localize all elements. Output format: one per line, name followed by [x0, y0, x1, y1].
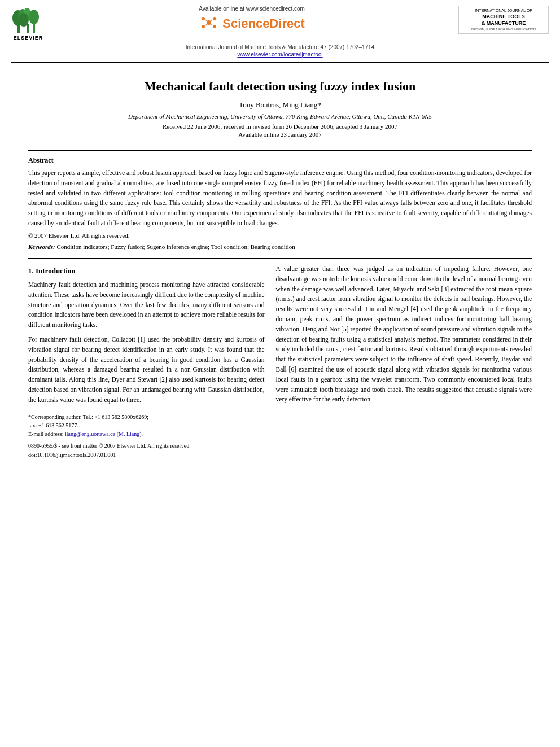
- machine-tools-intl: INTERNATIONAL JOURNAL OF: [462, 8, 545, 12]
- svg-line-13: [205, 20, 208, 21]
- machine-tools-title: MACHINE TOOLS& MANUFACTURE: [462, 14, 545, 27]
- footnote-corresponding-text: *Corresponding author. Tel.: +1 613 562 …: [28, 413, 265, 421]
- footnote-corresponding: *Corresponding author. Tel.: +1 613 562 …: [28, 413, 265, 438]
- abstract-heading: Abstract: [28, 156, 532, 165]
- footnote-email: E-mail address: liang@eng.uottawa.ca (M.…: [28, 430, 265, 438]
- header: ELSEVIER Available online at www.science…: [0, 0, 560, 68]
- elsevier-tree-icon: [11, 6, 45, 34]
- sd-molecule-icon: [199, 14, 219, 33]
- header-divider: [11, 62, 549, 63]
- affiliation: Department of Mechanical Engineering, Un…: [28, 113, 532, 120]
- abstract-section: Abstract This paper reports a simple, ef…: [28, 156, 532, 250]
- svg-point-9: [202, 17, 205, 20]
- title-divider: [28, 150, 532, 151]
- svg-point-6: [29, 10, 39, 24]
- email-label: E-mail address:: [28, 431, 63, 437]
- keywords-label: Keywords:: [28, 243, 55, 250]
- svg-line-15: [205, 24, 208, 25]
- header-top: ELSEVIER Available online at www.science…: [11, 6, 549, 41]
- journal-citation: International Journal of Machine Tools &…: [186, 44, 374, 50]
- available-online-text: Available online at www.sciencedirect.co…: [199, 6, 305, 12]
- column-right: A value greater than three was judged as…: [276, 264, 532, 460]
- svg-rect-7: [33, 24, 35, 33]
- section1-para1: Machinery fault detection and machining …: [28, 280, 265, 330]
- machine-tools-logo: INTERNATIONAL JOURNAL OF MACHINE TOOLS& …: [458, 6, 549, 34]
- available-online-article: Available online 23 January 2007: [28, 131, 532, 138]
- svg-point-11: [202, 25, 205, 28]
- svg-line-14: [210, 20, 212, 21]
- svg-point-10: [213, 17, 216, 20]
- keywords-line: Keywords: Condition indicators; Fuzzy fu…: [28, 243, 532, 250]
- keywords-text: Condition indicators; Fuzzy fusion; Suge…: [56, 243, 295, 250]
- svg-rect-5: [27, 24, 29, 33]
- elsevier-logo: ELSEVIER: [11, 6, 45, 41]
- elsevier-label: ELSEVIER: [14, 35, 43, 41]
- svg-point-12: [213, 25, 216, 28]
- section1-para2: For machinery fault detection, Collacott…: [28, 335, 265, 405]
- doi-line: doi:10.1016/j.ijmachtools.2007.01.001: [28, 451, 265, 460]
- sciencedirect-name: ScienceDirect: [222, 16, 305, 31]
- article-title: Mechanical fault detection using fuzzy i…: [28, 79, 532, 94]
- email-link[interactable]: liang@eng.uottawa.ca (M. Liang).: [65, 431, 143, 437]
- issn-line: 0890-6955/$ - see front matter © 2007 El…: [28, 442, 265, 451]
- section1-heading: 1. Introduction: [28, 267, 265, 276]
- bottom-ids: 0890-6955/$ - see front matter © 2007 El…: [28, 442, 265, 460]
- copyright: © 2007 Elsevier Ltd. All rights reserved…: [28, 232, 532, 239]
- header-center: Available online at www.sciencedirect.co…: [45, 6, 458, 33]
- received-date: Received 22 June 2006; received in revis…: [28, 123, 532, 130]
- abstract-text: This paper reports a simple, effective a…: [28, 168, 532, 229]
- journal-url[interactable]: www.elsevier.com/locate/ijmactool: [237, 51, 322, 58]
- two-column-layout: 1. Introduction Machinery fault detectio…: [28, 264, 532, 460]
- title-section: Mechanical fault detection using fuzzy i…: [28, 68, 532, 145]
- article-content: Mechanical fault detection using fuzzy i…: [0, 68, 560, 460]
- svg-line-16: [210, 24, 212, 25]
- machine-tools-sub: DESIGN, RESEARCH AND APPLICATION: [462, 28, 545, 31]
- footnote-fax: fax: +1 613 562 5177.: [28, 421, 265, 430]
- sciencedirect-logo: ScienceDirect: [199, 14, 305, 33]
- page: ELSEVIER Available online at www.science…: [0, 0, 560, 747]
- footnote-divider: [28, 410, 123, 410]
- abstract-divider: [28, 258, 532, 259]
- section1-para3: A value greater than three was judged as…: [276, 264, 532, 405]
- column-left: 1. Introduction Machinery fault detectio…: [28, 264, 265, 460]
- authors: Tony Boutros, Ming Liang*: [28, 101, 532, 110]
